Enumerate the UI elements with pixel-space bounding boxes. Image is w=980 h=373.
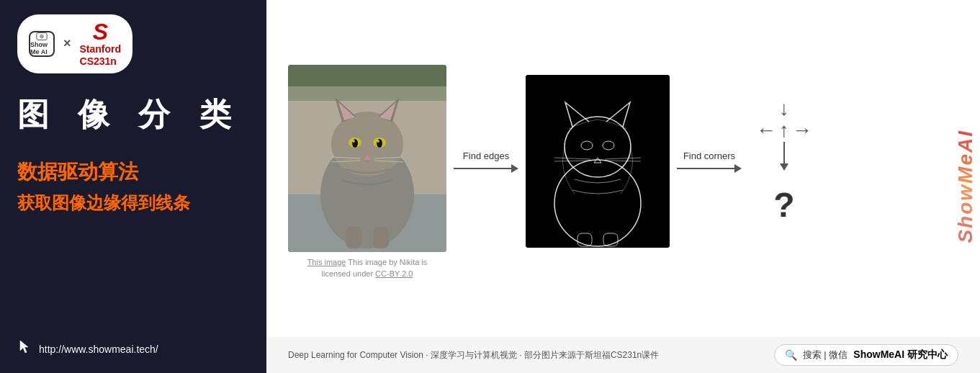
cat-image-container: This image This image by Nikita is licen… xyxy=(288,65,446,280)
stanford-logo: S Stanford CS231n xyxy=(80,20,122,68)
vert-shaft xyxy=(783,142,785,163)
search-label: 搜索 | 微信 xyxy=(803,349,848,361)
find-edges-arrow xyxy=(454,164,518,173)
find-edges-group: Find edges xyxy=(454,150,518,194)
arrow-head-1 xyxy=(511,164,518,173)
showmeai-logo: Show Me AI xyxy=(29,31,55,57)
edge-image xyxy=(526,75,670,248)
showmeai-icon: Show Me AI xyxy=(29,31,55,57)
question-mark: ? xyxy=(773,185,794,225)
diagram-row: This image This image by Nikita is licen… xyxy=(288,14,958,366)
bottom-text: Deep Learning for Computer Vision · 深度学习… xyxy=(288,349,659,361)
watermark-text: ShowMeAI xyxy=(954,130,977,243)
arrow-shaft-2 xyxy=(677,168,734,169)
svg-rect-26 xyxy=(526,75,670,248)
vert-arrowhead xyxy=(780,163,788,171)
url-area: http://www.showmeai.tech/ xyxy=(17,339,158,359)
svg-rect-22 xyxy=(346,227,361,248)
find-corners-group: Find corners xyxy=(677,150,742,194)
arrow-shaft-1 xyxy=(454,168,511,169)
search-icon: 🔍 xyxy=(785,349,797,361)
right-arrow: → xyxy=(792,120,812,140)
find-edges-label: Find edges xyxy=(463,150,509,161)
up-arrow: ↑ xyxy=(779,120,789,140)
arrows-mid-row: ← ↑ → xyxy=(756,120,812,140)
find-corners-label: Find corners xyxy=(683,150,735,161)
sidebar: Show Me AI × S Stanford CS231n 图 像 分 类 数… xyxy=(0,0,266,373)
url-link[interactable]: http://www.showmeai.tech/ xyxy=(39,343,158,355)
url-icon xyxy=(17,339,33,359)
svg-point-15 xyxy=(352,140,355,143)
main-content: This image This image by Nikita is licen… xyxy=(266,0,980,373)
main-title: 图 像 分 类 xyxy=(17,94,249,136)
left-arrow: ← xyxy=(756,120,776,140)
find-corners-arrow xyxy=(677,164,742,173)
stanford-s: S xyxy=(93,20,108,43)
svg-point-16 xyxy=(377,140,379,143)
stanford-text: Stanford CS231n xyxy=(80,43,122,68)
license-link[interactable]: CC-BY 2.0 xyxy=(375,269,413,278)
subtitle1: 数据驱动算法 xyxy=(17,158,249,186)
search-box[interactable]: 🔍 搜索 | 微信 ShowMeAI 研究中心 xyxy=(774,344,958,366)
image-link[interactable]: This image xyxy=(307,258,346,266)
svg-point-2 xyxy=(41,35,42,37)
showmeai-text: Show Me AI xyxy=(30,41,53,55)
logo-area: Show Me AI × S Stanford CS231n xyxy=(17,14,132,73)
svg-rect-25 xyxy=(288,65,446,86)
image-caption: This image This image by Nikita is licen… xyxy=(307,256,428,280)
cat-image xyxy=(288,65,446,252)
watermark: ShowMeAI xyxy=(951,0,980,373)
cross-symbol: × xyxy=(63,36,71,51)
four-arrows-box: ↓ ← ↑ → xyxy=(756,99,812,171)
subtitle2: 获取图像边缘得到线条 xyxy=(17,192,249,215)
corners-section: ↓ ← ↑ → ? xyxy=(756,99,812,246)
arrow-head-2 xyxy=(734,164,742,173)
svg-rect-23 xyxy=(373,227,389,248)
down-arrow: ↓ xyxy=(779,99,789,119)
bottom-bar: Deep Learning for Computer Vision · 深度学习… xyxy=(266,337,980,373)
search-brand: ShowMeAI 研究中心 xyxy=(853,349,948,361)
